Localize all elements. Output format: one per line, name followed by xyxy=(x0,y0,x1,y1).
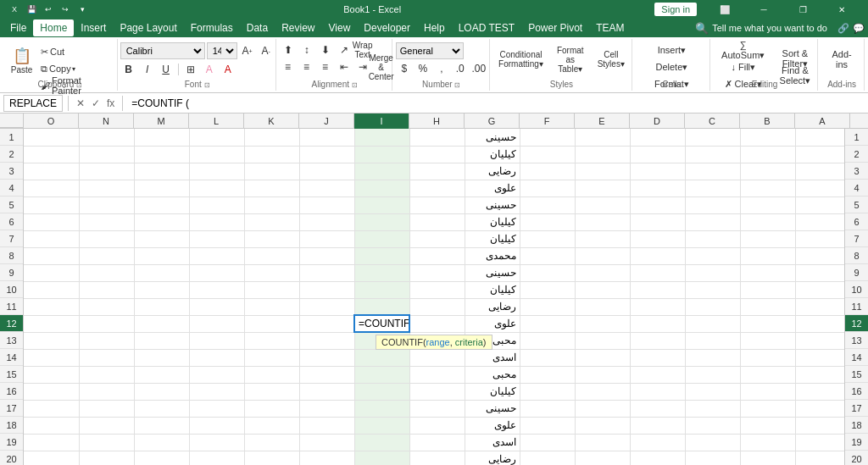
cell-g2[interactable]: کیلیان xyxy=(465,146,520,163)
cell-o20[interactable] xyxy=(24,451,79,465)
cell-c17[interactable] xyxy=(685,400,740,417)
name-box[interactable] xyxy=(3,95,63,112)
cell-k12[interactable] xyxy=(244,315,299,332)
cell-m8[interactable] xyxy=(134,247,189,264)
cell-a6[interactable] xyxy=(795,213,844,230)
cell-g15[interactable]: محبی xyxy=(465,366,520,383)
cell-m6[interactable] xyxy=(134,213,189,230)
row-num-12[interactable]: 12 xyxy=(0,315,23,332)
cell-o13[interactable] xyxy=(24,332,79,349)
cell-h14[interactable] xyxy=(409,349,465,366)
cell-j4[interactable] xyxy=(299,180,354,197)
right-row-8[interactable]: 8 xyxy=(845,247,868,264)
cell-h7[interactable] xyxy=(409,230,465,247)
cell-b5[interactable] xyxy=(740,197,795,213)
cell-b10[interactable] xyxy=(740,281,795,298)
cell-e20[interactable] xyxy=(575,451,630,465)
menu-formulas[interactable]: Formulas xyxy=(184,19,240,36)
copy-button[interactable]: ⧉ Copy ▾ xyxy=(38,61,114,76)
cell-o19[interactable] xyxy=(24,434,79,451)
cell-l17[interactable] xyxy=(189,400,244,417)
right-row-9[interactable]: 9 xyxy=(845,264,868,281)
cell-o7[interactable] xyxy=(24,230,79,247)
cell-h10[interactable] xyxy=(409,281,465,298)
align-launcher-icon[interactable]: ⊡ xyxy=(352,81,358,89)
decrease-font-button[interactable]: A- xyxy=(258,43,275,58)
cell-m11[interactable] xyxy=(134,298,189,315)
cell-i8[interactable] xyxy=(354,247,409,264)
col-header-C[interactable]: C xyxy=(685,113,740,129)
cell-d15[interactable] xyxy=(630,366,685,383)
cell-l10[interactable] xyxy=(189,281,244,298)
cell-l3[interactable] xyxy=(189,163,244,180)
cell-g16[interactable]: کیلیان xyxy=(465,383,520,400)
cell-d16[interactable] xyxy=(630,383,685,400)
cell-k14[interactable] xyxy=(244,349,299,366)
col-header-H[interactable]: H xyxy=(409,113,465,129)
cell-l6[interactable] xyxy=(189,213,244,230)
cell-n2[interactable] xyxy=(79,146,134,163)
cell-o8[interactable] xyxy=(24,247,79,264)
grid-scroll[interactable]: حسینیکیلیانرضاییعلویحسینیکیلیانکیلیانمحم… xyxy=(24,129,844,465)
copy-dropdown-icon[interactable]: ▾ xyxy=(72,65,75,73)
cell-i3[interactable] xyxy=(354,163,409,180)
cell-o10[interactable] xyxy=(24,281,79,298)
sign-in-button[interactable]: Sign in xyxy=(654,3,697,16)
row-num-16[interactable]: 16 xyxy=(0,383,23,400)
cell-g4[interactable]: علوی xyxy=(465,180,520,197)
cell-l2[interactable] xyxy=(189,146,244,163)
increase-decimal-button[interactable]: .00 xyxy=(470,61,487,76)
cell-m17[interactable] xyxy=(134,400,189,417)
cell-n5[interactable] xyxy=(79,197,134,213)
cell-d17[interactable] xyxy=(630,400,685,417)
cell-f15[interactable] xyxy=(520,366,575,383)
cell-g10[interactable]: کیلیان xyxy=(465,281,520,298)
cell-a10[interactable] xyxy=(795,281,844,298)
fill-color-button[interactable]: A xyxy=(201,62,218,77)
cell-d11[interactable] xyxy=(630,298,685,315)
cell-m19[interactable] xyxy=(134,434,189,451)
cell-m13[interactable] xyxy=(134,332,189,349)
close-button[interactable]: ✕ xyxy=(822,0,861,19)
cell-d13[interactable] xyxy=(630,332,685,349)
cell-o16[interactable] xyxy=(24,383,79,400)
align-top-button[interactable]: ⬆ xyxy=(280,42,297,58)
cell-k11[interactable] xyxy=(244,298,299,315)
cell-l19[interactable] xyxy=(189,434,244,451)
share-button[interactable]: 🔗 xyxy=(837,23,849,34)
cell-i1[interactable] xyxy=(354,129,409,146)
cell-m12[interactable] xyxy=(134,315,189,332)
fill-button[interactable]: ↓ Fill▾ xyxy=(715,59,771,75)
cell-e19[interactable] xyxy=(575,434,630,451)
row-num-3[interactable]: 3 xyxy=(0,163,23,180)
right-row-18[interactable]: 18 xyxy=(845,417,868,434)
comments-button[interactable]: 💬 xyxy=(853,23,865,34)
cell-h4[interactable] xyxy=(409,180,465,197)
cell-k18[interactable] xyxy=(244,417,299,434)
cell-d14[interactable] xyxy=(630,349,685,366)
cell-l11[interactable] xyxy=(189,298,244,315)
cell-g6[interactable]: کیلیان xyxy=(465,213,520,230)
cell-n4[interactable] xyxy=(79,180,134,197)
cell-e7[interactable] xyxy=(575,230,630,247)
cell-c12[interactable] xyxy=(685,315,740,332)
cell-j7[interactable] xyxy=(299,230,354,247)
cell-b11[interactable] xyxy=(740,298,795,315)
cell-m10[interactable] xyxy=(134,281,189,298)
cell-g3[interactable]: رضایی xyxy=(465,163,520,180)
sort-filter-button[interactable]: Sort &Filter▾ xyxy=(776,51,815,66)
cell-n1[interactable] xyxy=(79,129,134,146)
cell-f2[interactable] xyxy=(520,146,575,163)
cell-c20[interactable] xyxy=(685,451,740,465)
cell-b9[interactable] xyxy=(740,264,795,281)
col-header-K[interactable]: K xyxy=(244,113,299,129)
cell-o6[interactable] xyxy=(24,213,79,230)
cell-g8[interactable]: محمدی xyxy=(465,247,520,264)
cell-k20[interactable] xyxy=(244,451,299,465)
cell-h2[interactable] xyxy=(409,146,465,163)
cell-l5[interactable] xyxy=(189,197,244,213)
cell-d8[interactable] xyxy=(630,247,685,264)
cell-a13[interactable] xyxy=(795,332,844,349)
cell-h18[interactable] xyxy=(409,417,465,434)
cell-e18[interactable] xyxy=(575,417,630,434)
